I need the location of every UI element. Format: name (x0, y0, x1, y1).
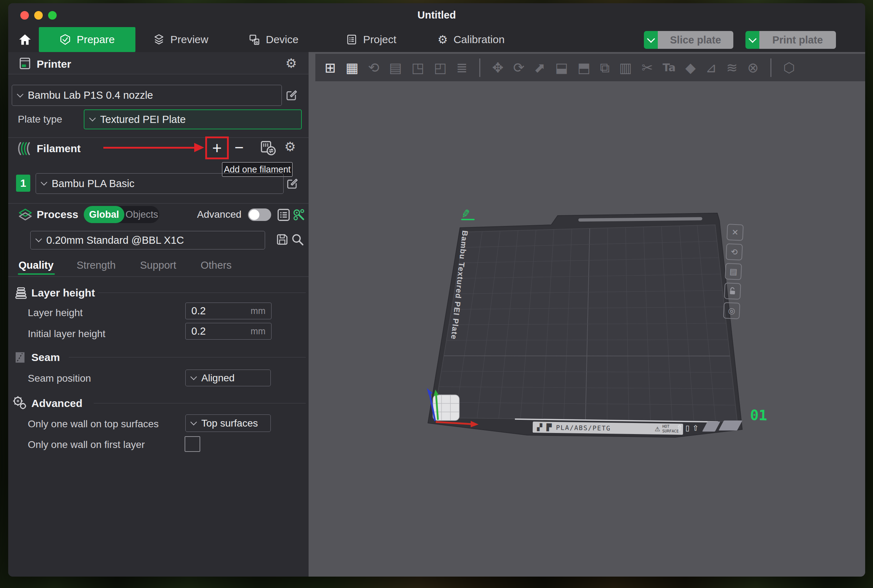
arrange-plate-button[interactable]: ▤ (725, 263, 742, 280)
seam-position-select[interactable]: Aligned (185, 369, 271, 386)
edit-filament-icon[interactable] (286, 177, 298, 190)
merge-icon[interactable]: ⧉ (600, 61, 610, 75)
only-one-wall-top-select[interactable]: Top surfaces (185, 414, 271, 432)
move-icon[interactable]: ✥ (492, 61, 504, 75)
divider (8, 137, 309, 138)
plus-icon: + (212, 138, 222, 158)
edit-printer-icon[interactable] (285, 88, 298, 101)
only-one-wall-top-label: Only one wall on top surfaces (28, 418, 159, 430)
save-preset-icon[interactable] (276, 233, 289, 246)
lay-on-face-icon[interactable]: ⬓ (555, 61, 568, 75)
section-rule (94, 403, 306, 404)
delete-plate-button[interactable]: ✕ (726, 224, 744, 241)
scope-global-button[interactable]: Global (84, 206, 124, 223)
layer-height-section-icon (14, 285, 28, 300)
printer-model-value: Bambu Lab P1S 0.4 nozzle (28, 90, 153, 101)
plate-type-label: Plate type (18, 114, 62, 125)
measure-icon[interactable]: ⊿ (705, 61, 717, 75)
minus-icon: − (234, 139, 244, 156)
minimize-window-icon[interactable] (34, 11, 43, 20)
plate-settings-icon: ◎ (728, 306, 735, 315)
support-paint-icon[interactable]: ≋ (726, 61, 738, 75)
print-plate-dropdown[interactable] (746, 31, 759, 49)
lock-plate-button[interactable] (724, 283, 741, 300)
parameter-list-icon[interactable] (276, 208, 291, 222)
initial-layer-height-input[interactable]: 0.2 mm (185, 323, 272, 340)
tab-preview[interactable]: Preview (153, 27, 208, 52)
print-plate-button[interactable]: Print plate (759, 31, 836, 49)
plate-settings-button[interactable]: ◎ (723, 302, 740, 319)
filament-settings-icon[interactable]: ⚙ (284, 140, 296, 153)
toolbar-separator (479, 58, 480, 77)
advanced-toggle[interactable] (248, 208, 271, 221)
tab-quality[interactable]: Quality (18, 260, 54, 271)
scope-objects-button[interactable]: Objects (124, 209, 159, 220)
plate-number: 01 (750, 407, 768, 424)
printer-section-title: Printer (37, 58, 71, 70)
chevron-down-icon (647, 34, 655, 43)
annotation-arrow-line (104, 147, 195, 148)
slice-plate-dropdown[interactable] (644, 31, 658, 49)
variable-layer-height-icon[interactable]: ≣ (456, 61, 468, 75)
tab-calibration[interactable]: ⚙ Calibration (438, 27, 504, 52)
filament-select[interactable]: Bambu PLA Basic (36, 173, 284, 194)
qr-icon: ▞ (537, 424, 542, 430)
text-tool-icon[interactable]: Ta (662, 62, 676, 73)
only-one-wall-first-label: Only one wall on first layer (28, 439, 145, 450)
add-filament-button[interactable]: + (205, 136, 229, 159)
viewport-toolbar: ⊞ ▦ ⟲ ▤ ◳ ◰ ≣ ✥ ⟳ ⬈ ⬓ ⬒ ⧉ ▥ ✂ Ta ◆ ⊿ ≋ ⊗… (315, 54, 865, 81)
split-to-parts-icon[interactable]: ◰ (434, 61, 447, 75)
arrange-icon: ▤ (729, 267, 738, 276)
close-window-icon[interactable] (20, 11, 29, 20)
plate-type-select[interactable]: Textured PEI Plate (84, 110, 302, 129)
layer-height-input[interactable]: 0.2 mm (185, 303, 272, 319)
tab-support[interactable]: Support (140, 260, 176, 271)
zoom-window-icon[interactable] (48, 11, 57, 20)
main-nav-bar: Prepare Preview Device (8, 27, 865, 52)
viewport-3d[interactable]: ⊞ ▦ ⟲ ▤ ◳ ◰ ≣ ✥ ⟳ ⬈ ⬓ ⬒ ⧉ ▥ ✂ Ta ◆ ⊿ ≋ ⊗… (309, 52, 865, 577)
assembly-icon[interactable]: ⬡ (783, 61, 795, 75)
printer-model-select[interactable]: Bambu Lab P1S 0.4 nozzle (12, 85, 282, 106)
add-plate-icon[interactable]: ▦ (346, 61, 358, 75)
advanced-toggle-label: Advanced (197, 209, 242, 220)
tab-others[interactable]: Others (201, 260, 232, 271)
tab-device[interactable]: Device (249, 27, 298, 52)
scope-objects-label: Objects (125, 209, 158, 220)
ams-sync-icon (260, 140, 277, 156)
chevron-down-icon (17, 91, 23, 97)
tab-prepare[interactable]: Prepare (39, 27, 135, 52)
home-button[interactable] (15, 27, 35, 52)
color-paint-icon[interactable]: ◆ (685, 61, 696, 75)
tab-project[interactable]: Project (346, 27, 396, 52)
seam-section-title: Seam (32, 351, 60, 363)
ams-sync-button[interactable] (260, 140, 277, 156)
seam-paint-icon[interactable]: ⊗ (747, 61, 759, 75)
arrange-icon[interactable]: ▤ (389, 61, 402, 75)
auto-orient-icon[interactable]: ⟲ (368, 61, 380, 75)
add-model-icon[interactable]: ⊞ (325, 61, 336, 75)
split-to-objects-icon[interactable]: ◳ (411, 61, 424, 75)
tab-strength[interactable]: Strength (76, 260, 116, 271)
search-preset-icon[interactable] (291, 233, 304, 246)
rotate-icon[interactable]: ⟳ (513, 61, 525, 75)
scale-icon[interactable]: ⬈ (534, 61, 546, 75)
divider (8, 203, 309, 204)
tab-project-label: Project (363, 33, 396, 46)
box-icon: ▯ (685, 424, 690, 432)
parameter-tuner-icon[interactable] (292, 208, 306, 222)
only-one-wall-first-checkbox[interactable] (184, 436, 200, 452)
printer-settings-icon[interactable]: ⚙ (285, 57, 297, 70)
remove-filament-button[interactable]: − (229, 138, 249, 157)
split-horizontal-icon[interactable]: ⬒ (578, 61, 590, 75)
slice-plate-label: Slice plate (670, 34, 721, 46)
fill-wall-icon[interactable]: ▥ (619, 61, 632, 75)
auto-orient-plate-button[interactable]: ⟲ (726, 243, 743, 261)
warning-icon: ⚠ (655, 425, 660, 432)
lock-open-icon (728, 286, 737, 296)
seam-section-icon (14, 351, 27, 364)
slice-plate-button[interactable]: Slice plate (658, 31, 734, 49)
advanced-section-title: Advanced (32, 398, 82, 410)
process-preset-select[interactable]: 0.20mm Standard @BBL X1C (30, 231, 265, 249)
cut-icon[interactable]: ✂ (642, 61, 653, 75)
build-plate[interactable] (426, 212, 754, 447)
